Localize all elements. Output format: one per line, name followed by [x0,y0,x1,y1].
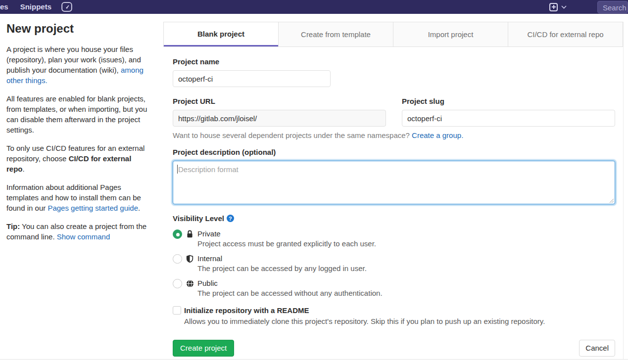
sidebar-paragraph: To only use CI/CD features for an extern… [6,143,151,174]
pages-guide-link[interactable]: Pages getting started guide [48,204,138,212]
visibility-option-name: Public [197,278,383,288]
description-wrapper [173,161,615,204]
visibility-option-public: Public The project can be accessed witho… [173,278,615,297]
tab-import-project[interactable]: Import project [393,22,508,46]
paragraph-text: . [23,165,25,173]
project-type-tabs: Blank project Create from template Impor… [163,22,623,47]
show-command-link[interactable]: Show command [57,232,110,241]
navbar-right [549,0,628,14]
readme-text: Initialize repository with a README Allo… [184,306,545,325]
new-project-form: Project name Project URL Project slug Wa… [163,47,623,357]
text-cursor [177,165,178,174]
project-slug-input[interactable] [402,110,615,127]
globe-icon [186,279,194,288]
tab-create-from-template[interactable]: Create from template [278,22,393,46]
search-input[interactable] [597,1,628,13]
navbar-left: es Snippets [0,0,72,14]
visibility-option-internal: Internal The project can be accessed by … [173,254,615,273]
dashboard-icon-svg [61,2,72,12]
shield-icon [186,255,194,263]
project-name-label: Project name [173,57,615,66]
tab-blank-project[interactable]: Blank project [164,22,278,46]
sidebar-paragraph: All features are enabled for blank proje… [6,93,151,135]
page-title: New project [6,22,151,36]
lock-icon [186,230,194,238]
radio-internal[interactable] [173,254,182,264]
visibility-label: Visibility Level [173,214,224,223]
hint-text: Want to house several dependent projects… [173,131,412,139]
nav-item-snippets[interactable]: Snippets [20,0,51,14]
visibility-option-text: Internal The project can be accessed by … [197,254,367,273]
radio-public[interactable] [173,279,182,288]
namespace-hint: Want to house several dependent projects… [173,131,615,139]
chevron-down-icon [561,5,567,9]
main-content: Blank project Create from template Impor… [163,22,624,359]
sidebar-paragraph: A project is where you house your files … [6,44,151,86]
dashboard-icon[interactable] [61,2,72,12]
paragraph-text: . [138,204,140,212]
visibility-option-name: Internal [197,254,367,263]
plus-icon [549,3,558,11]
project-slug-column: Project slug [402,97,615,127]
sidebar: New project A project is where you house… [6,22,151,250]
project-url-column: Project URL [173,97,386,127]
create-group-link[interactable]: Create a group. [412,131,463,139]
readme-checkbox[interactable] [173,306,181,315]
description-textarea[interactable] [173,161,615,204]
visibility-option-text: Private Project access must be granted e… [197,229,376,248]
project-url-label: Project URL [173,97,386,105]
url-slug-row: Project URL Project slug [173,97,615,127]
sidebar-paragraph: Information about additional Pages templ… [6,182,151,213]
tab-cicd-external-repo[interactable]: CI/CD for external repo [508,22,623,46]
description-label: Project description (optional) [173,148,615,156]
readme-label: Initialize repository with a README [184,306,545,315]
project-slug-label: Project slug [402,97,615,105]
readme-description: Allows you to immediately clone this pro… [184,317,545,325]
project-name-input[interactable] [173,70,331,87]
visibility-option-private: Private Project access must be granted e… [173,229,615,248]
sidebar-paragraph: Tip: You can also create a project from … [6,221,151,242]
visibility-option-description: The project can be accessed without any … [197,289,383,297]
visibility-option-text: Public The project can be accessed witho… [197,278,383,297]
top-navbar: es Snippets [0,0,628,14]
cancel-button[interactable]: Cancel [579,340,615,357]
project-url-input[interactable] [173,110,386,127]
tip-bold: Tip: [6,222,20,230]
visibility-label-row: Visibility Level ? [173,214,615,223]
form-actions: Create project Cancel [173,340,615,357]
visibility-option-name: Private [197,229,376,238]
visibility-option-description: Project access must be granted explicitl… [197,239,376,248]
new-dropdown[interactable] [549,3,567,11]
help-icon[interactable]: ? [227,215,234,222]
create-project-button[interactable]: Create project [173,340,234,357]
readme-section: Initialize repository with a README Allo… [173,306,615,325]
radio-private[interactable] [173,229,182,239]
nav-item-truncated[interactable]: es [0,0,8,14]
visibility-option-description: The project can be accessed by any logge… [197,264,367,273]
new-project-page: es Snippets New project A project is [0,0,628,364]
